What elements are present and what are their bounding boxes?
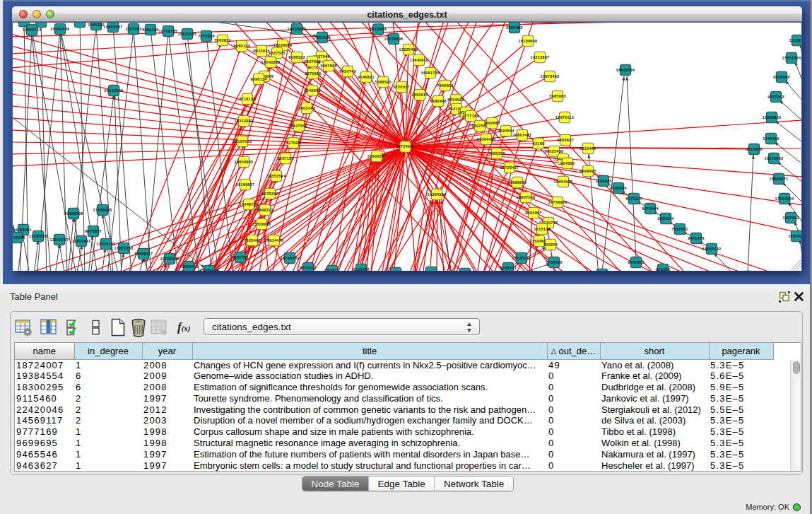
graph-node[interactable]: 817006 (286, 137, 300, 148)
table-row[interactable]: 946362711997Embryonic stem cells: a mode… (15, 460, 773, 471)
select-columns-icon[interactable] (40, 317, 58, 337)
graph-node[interactable]: 10719185 (159, 25, 178, 36)
close-panel-icon[interactable] (794, 292, 804, 301)
table-options-icon[interactable] (14, 317, 33, 337)
svg-text:15692971: 15692971 (770, 177, 789, 181)
graph-node[interactable]: 1733426 (546, 257, 563, 267)
graph-node[interactable]: 12505185 (97, 238, 116, 249)
graph-node[interactable] (74, 23, 85, 28)
graph-node[interactable]: 2387682 (506, 23, 523, 33)
graph-node[interactable]: 3875685 (305, 68, 322, 78)
column-header-in_degree[interactable]: in_degree (74, 343, 142, 359)
graph-node[interactable]: 9115460 (579, 143, 596, 153)
graph-node[interactable]: 9329966 (773, 71, 790, 82)
graph-node[interactable]: 11156829 (29, 230, 47, 241)
graph-node[interactable]: 9227343 (767, 91, 784, 102)
select-rows-icon[interactable] (65, 317, 83, 337)
graph-node[interactable]: 1527602 (125, 23, 142, 34)
tab-network-table[interactable]: Network Table (435, 477, 512, 491)
node-table-grid[interactable]: namein_degreeyeartitle△out_de…shortpager… (15, 343, 774, 471)
graph-node[interactable]: 8186323 (288, 52, 305, 62)
scrollbar-thumb[interactable] (793, 361, 800, 374)
tab-edge-table[interactable]: Edge Table (369, 477, 435, 491)
column-header-title[interactable]: title (192, 343, 547, 359)
tab-node-table[interactable]: Node Table (302, 477, 369, 491)
table-header[interactable]: namein_degreeyeartitle△out_de…shortpager… (15, 343, 773, 359)
table-row[interactable]: 1830029562008Estimation of significance … (15, 382, 773, 393)
graph-node[interactable]: 12975115 (555, 112, 575, 122)
cell-name: 19384554 (15, 370, 74, 382)
graph-node[interactable]: 1588520 (375, 76, 392, 87)
graph-node[interactable]: 8813054 (370, 24, 387, 35)
graph-node[interactable]: 9248313 (500, 262, 517, 271)
graph-node[interactable]: 9245052 (628, 257, 645, 267)
table-source-dropdown[interactable]: citations_edges.txt (204, 318, 480, 335)
graph-node[interactable]: 13640910 (410, 54, 429, 65)
graph-node[interactable]: 12093853 (763, 112, 782, 122)
table-row[interactable]: 1872400712008Changes of HCN gene express… (15, 359, 773, 370)
new-file-icon[interactable] (109, 317, 127, 337)
graph-node[interactable]: 252254 (543, 239, 558, 250)
graph-node[interactable]: 7485063 (549, 90, 566, 101)
import-table-icon[interactable] (150, 317, 168, 337)
graph-node[interactable]: 7357224 (314, 32, 331, 42)
network-view-window[interactable]: citations_edges.txt 14055714206914061065… (12, 6, 802, 271)
table-row[interactable]: 1938455462009Genome–wide association stu… (15, 370, 773, 382)
graph-node[interactable]: 962312 (325, 265, 339, 271)
graph-node[interactable]: 15716485 (281, 252, 300, 263)
table-row[interactable]: 911546021997Tourette syndrome. Phenomeno… (15, 392, 773, 404)
table-row[interactable]: 969969511998Structural magnetic resonanc… (15, 438, 773, 449)
graph-node[interactable]: 8454749 (339, 66, 356, 76)
graph-node[interactable]: 20691406 (51, 23, 70, 34)
graph-node[interactable]: 16648784 (616, 64, 636, 75)
graph-node[interactable]: 8712363 (594, 269, 611, 271)
column-header-name[interactable]: name (15, 343, 74, 359)
table-row[interactable]: 977716911998Corpus callosum shape and si… (15, 426, 773, 438)
graph-node[interactable]: 11353594 (267, 170, 286, 181)
graph-node[interactable]: 1635821 (788, 230, 801, 241)
graph-node[interactable]: 3215958 (746, 144, 763, 154)
table-row[interactable]: 1456911722003Disruption of a novel membe… (15, 415, 773, 426)
graph-node[interactable]: 16033809 (288, 23, 307, 34)
graph-node[interactable]: 12213383 (235, 115, 254, 126)
graph-node[interactable]: 10653267 (104, 23, 123, 33)
graph-node[interactable]: 16961758 (421, 67, 440, 78)
graph-node[interactable]: 16210643 (765, 153, 784, 163)
delete-table-icon[interactable] (129, 317, 148, 337)
merge-cells-icon[interactable] (87, 317, 105, 337)
graph-node[interactable]: 1112814 (789, 35, 801, 45)
graph-node[interactable]: 15751074 (782, 52, 801, 63)
graph-node[interactable]: 17016504 (775, 193, 795, 204)
graph-node[interactable]: 1073342 (300, 262, 317, 271)
graph-node[interactable]: 10046718 (240, 199, 259, 209)
table-row[interactable]: 2242004622012Investigating the contribut… (15, 404, 773, 415)
graph-node[interactable]: 20053346 (105, 85, 124, 95)
graph-node[interactable]: 1244415 (763, 133, 779, 144)
graph-node[interactable]: 12213967 (531, 52, 550, 62)
graph-node[interactable]: 19654923 (554, 176, 573, 187)
float-panel-icon[interactable] (779, 291, 790, 303)
graph-node[interactable]: 904389 (560, 158, 575, 168)
graph-node[interactable]: 9975857 (85, 226, 102, 236)
window-resize-grip[interactable] (791, 260, 801, 270)
graph-node[interactable]: 1065332 (88, 23, 105, 30)
network-canvas[interactable]: 1405571420691406106533210653267152760264… (13, 23, 801, 271)
graph-node[interactable]: 10973493 (541, 71, 560, 81)
graph-node[interactable]: 931223 (656, 264, 670, 271)
graph-node[interactable]: 10671355 (178, 28, 197, 39)
column-header-pagerank[interactable]: pagerank (709, 343, 773, 359)
graph-node[interactable]: 19654983 (235, 156, 254, 167)
function-builder-icon[interactable]: f(x) (177, 317, 196, 337)
column-header-year[interactable]: year (142, 343, 192, 359)
window-titlebar[interactable]: citations_edges.txt (12, 6, 802, 22)
graph-node[interactable]: 16154808 (519, 35, 538, 46)
column-header-short[interactable]: short (600, 343, 709, 359)
table-row[interactable]: 946554611997Estimation of the future num… (15, 448, 773, 460)
graph-node[interactable]: 15136141 (512, 252, 531, 263)
citation-network-graph[interactable]: 1405571420691406106533210653267152760264… (13, 23, 801, 271)
graph-node[interactable]: 62160 (533, 138, 545, 148)
graph-node[interactable]: 20206538 (64, 208, 83, 218)
column-header-out_degree[interactable]: △out_de… (547, 343, 600, 359)
vertical-scrollbar[interactable] (790, 360, 801, 472)
graph-node[interactable]: 9699695 (579, 165, 596, 176)
